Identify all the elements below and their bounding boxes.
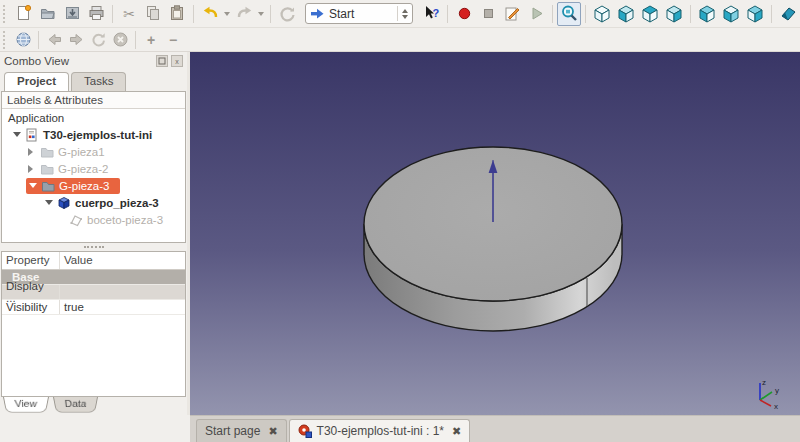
axonometric-view-icon — [592, 4, 612, 24]
view-top-button[interactable] — [638, 2, 662, 26]
tab-tasks[interactable]: Tasks — [71, 72, 126, 91]
dock-title: Combo View — [4, 55, 153, 67]
redo-dropdown[interactable] — [258, 12, 264, 16]
open-file-button[interactable] — [36, 2, 60, 26]
separator — [585, 5, 586, 23]
minus-icon: − — [169, 32, 177, 48]
view-bottom-button[interactable] — [719, 2, 743, 26]
tab-start-page[interactable]: Start page ✖ — [196, 419, 287, 442]
print-button[interactable] — [84, 2, 108, 26]
undo-icon — [201, 4, 220, 23]
macro-edit-button[interactable] — [500, 2, 524, 26]
model-tree: Labels & Attributes Application T30-ejem… — [1, 91, 186, 243]
web-home-button[interactable] — [12, 30, 34, 50]
view-rear-button[interactable] — [695, 2, 719, 26]
workbench-selector[interactable]: Start — [305, 3, 413, 24]
top-view-icon — [640, 4, 660, 24]
record-icon — [455, 4, 474, 23]
y-axis-label: y — [775, 386, 779, 395]
bottom-view-icon — [721, 4, 741, 24]
float-panel-icon[interactable] — [156, 55, 168, 67]
plus-icon: + — [147, 32, 155, 48]
tab-project[interactable]: Project — [4, 72, 69, 91]
fit-all-button[interactable] — [557, 2, 581, 26]
tree-item-cuerpo-pieza-3[interactable]: cuerpo_pieza-3 — [2, 194, 185, 211]
cut-icon: ✂ — [123, 6, 135, 22]
toolbar-drag-handle[interactable] — [3, 5, 9, 23]
save-icon — [63, 4, 82, 23]
property-row-visibility[interactable]: Visibility true — [2, 300, 185, 315]
refresh-button[interactable] — [275, 2, 299, 26]
copy-button[interactable] — [141, 2, 165, 26]
close-panel-icon[interactable]: x — [171, 55, 183, 67]
tree-item-g-pieza-2[interactable]: G-pieza-2 — [2, 160, 185, 177]
expander-icon[interactable] — [29, 183, 37, 188]
tab-view[interactable]: View — [3, 397, 49, 413]
open-folder-icon — [39, 4, 58, 23]
tree-item-boceto-pieza-3[interactable]: boceto-pieza-3 — [2, 211, 185, 228]
web-forward-button[interactable] — [65, 30, 87, 50]
separator — [135, 31, 136, 49]
value-column-header[interactable]: Value — [60, 252, 97, 269]
expander-icon[interactable] — [45, 200, 53, 205]
workbench-spinner[interactable] — [397, 6, 408, 21]
redo-button[interactable] — [232, 2, 256, 26]
property-row-display[interactable]: Display ... — [2, 285, 185, 300]
tree-item-g-pieza1[interactable]: G-pieza1 — [2, 143, 185, 160]
web-stop-button[interactable] — [109, 30, 131, 50]
web-toolbar: + − — [0, 28, 800, 52]
forward-arrow-icon — [68, 31, 85, 48]
edit-macro-icon — [503, 4, 522, 23]
tree-item-document[interactable]: T30-ejemplos-tut-ini — [2, 126, 185, 143]
expander-icon[interactable] — [28, 148, 35, 156]
front-view-icon — [616, 4, 636, 24]
3d-viewport[interactable]: z y x — [190, 52, 800, 415]
property-column-header[interactable]: Property — [2, 252, 60, 269]
macro-stop-button[interactable] — [476, 2, 500, 26]
close-tab-icon[interactable]: ✖ — [268, 425, 277, 438]
macro-play-button[interactable] — [524, 2, 548, 26]
copy-icon — [144, 4, 163, 23]
save-button[interactable] — [60, 2, 84, 26]
undo-button[interactable] — [198, 2, 222, 26]
whats-this-icon: ? — [422, 4, 441, 23]
view-front-button[interactable] — [614, 2, 638, 26]
cut-button[interactable]: ✂ — [117, 2, 141, 26]
toolbar-drag-handle[interactable] — [3, 31, 9, 49]
measure-button[interactable] — [776, 2, 800, 26]
back-arrow-icon — [46, 31, 63, 48]
zoom-in-button[interactable]: + — [140, 30, 162, 50]
panel-splitter[interactable] — [0, 243, 187, 251]
expander-icon[interactable] — [13, 132, 21, 137]
view-right-button[interactable] — [662, 2, 686, 26]
right-view-icon — [664, 4, 684, 24]
y-axis — [760, 392, 772, 400]
close-tab-icon[interactable]: ✖ — [452, 425, 461, 438]
3d-scene — [190, 52, 800, 415]
web-reload-button[interactable] — [87, 30, 109, 50]
tree-item-application[interactable]: Application — [2, 109, 185, 126]
whats-this-button[interactable]: ? — [419, 2, 443, 26]
web-back-button[interactable] — [43, 30, 65, 50]
view-left-button[interactable] — [743, 2, 767, 26]
new-file-button[interactable] — [12, 2, 36, 26]
measure-icon — [779, 4, 798, 23]
tab-data[interactable]: Data — [53, 397, 98, 413]
separator — [771, 5, 772, 23]
zoom-out-button[interactable]: − — [162, 30, 184, 50]
x-axis-label: x — [774, 402, 778, 409]
separator — [270, 5, 271, 23]
sketch-icon — [69, 213, 83, 227]
paste-button[interactable] — [165, 2, 189, 26]
tab-document-t30[interactable]: T30-ejemplos-tut-ini : 1* ✖ — [289, 419, 471, 442]
document-icon — [25, 128, 39, 142]
left-view-icon — [745, 4, 765, 24]
undo-dropdown[interactable] — [224, 12, 230, 16]
workbench-start-icon — [310, 6, 325, 21]
folder-icon — [40, 162, 54, 176]
macro-record-button[interactable] — [452, 2, 476, 26]
expander-icon[interactable] — [28, 165, 35, 173]
tree-item-g-pieza-3[interactable]: G-pieza-3 — [2, 177, 185, 194]
folder-icon — [40, 145, 54, 159]
view-axonometric-button[interactable] — [590, 2, 614, 26]
